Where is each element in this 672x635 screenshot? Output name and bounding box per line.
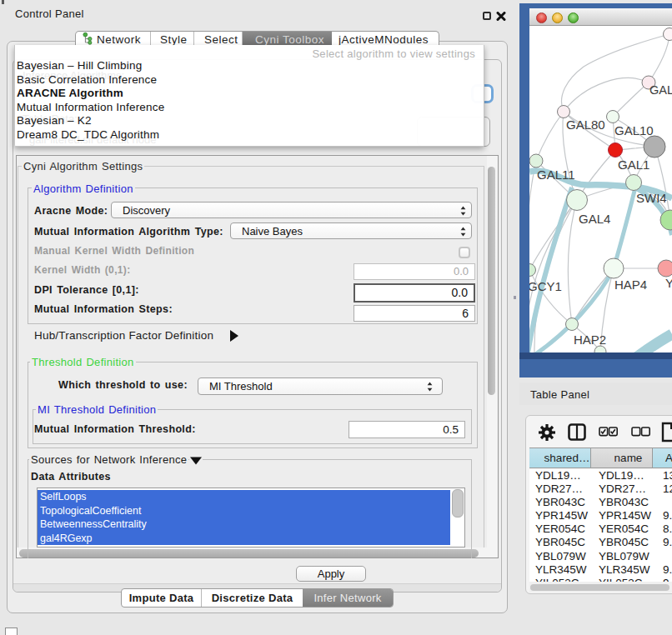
svg-text:SWI4: SWI4 — [636, 191, 667, 205]
svg-text:GAL11: GAL11 — [537, 168, 575, 182]
svg-text:GCY1: GCY1 — [529, 279, 562, 293]
svg-text:YJ: YJ — [665, 276, 672, 290]
svg-text:GAL10: GAL10 — [614, 123, 654, 138]
svg-text:GAL4: GAL4 — [579, 212, 610, 226]
svg-text:GAL2: GAL2 — [649, 83, 672, 97]
svg-text:HAP4: HAP4 — [614, 278, 647, 292]
svg-text:GAL80: GAL80 — [566, 118, 605, 132]
svg-text:GAL1: GAL1 — [618, 158, 649, 172]
svg-text:HAP2: HAP2 — [574, 332, 606, 347]
